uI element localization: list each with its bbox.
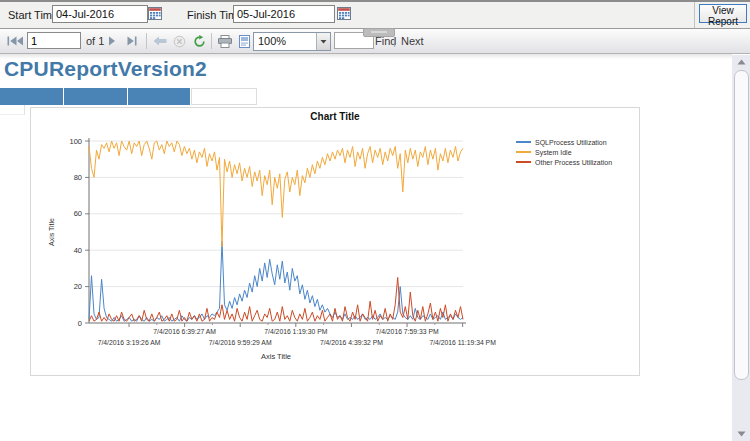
- next-page-button[interactable]: [106, 33, 118, 49]
- scroll-down-icon: [737, 431, 746, 437]
- vertical-scrollbar[interactable]: [732, 55, 750, 441]
- legend-item: System Idle: [516, 147, 612, 157]
- series-line: [89, 141, 463, 247]
- chart-legend: SQLProcess UtilizationSystem IdleOther P…: [516, 137, 612, 167]
- calendar-icon: [337, 6, 351, 20]
- table-header-cell: [128, 88, 190, 105]
- last-page-icon: [126, 36, 137, 46]
- legend-swatch: [516, 141, 531, 143]
- zoom-dropdown-button[interactable]: [316, 33, 330, 50]
- legend-item: Other Process Utilization: [516, 157, 612, 167]
- legend-item: SQLProcess Utilization: [516, 137, 612, 147]
- refresh-icon: [193, 35, 206, 48]
- y-tick-label: 80: [74, 173, 82, 182]
- x-axis-title: Axis Title: [261, 352, 291, 361]
- y-tick-label: 0: [78, 319, 82, 328]
- y-tick-label: 100: [69, 137, 82, 146]
- print-icon: [218, 35, 232, 48]
- y-tick-label: 40: [74, 246, 82, 255]
- previous-page-button[interactable]: [14, 33, 26, 49]
- parameter-bar-divider: [694, 2, 695, 28]
- refresh-button[interactable]: [190, 33, 208, 49]
- table-header-cell: [64, 88, 127, 105]
- scrollbar-thumb[interactable]: [734, 70, 749, 380]
- back-icon: [153, 36, 167, 46]
- x-tick-label: 7/4/2016 11:19:34 PM: [429, 339, 496, 346]
- x-tick-label: 7/4/2016 3:19:26 AM: [98, 339, 161, 346]
- y-axis-title: Axis Title: [48, 218, 55, 246]
- previous-page-icon: [16, 36, 24, 46]
- x-tick-label: 7/4/2016 9:59:29 AM: [209, 339, 272, 346]
- zoom-value: 100%: [254, 33, 316, 50]
- report-viewer-window: Start Time Finish Time View Report of 1: [0, 0, 750, 441]
- print-layout-icon: [239, 35, 250, 48]
- finish-time-input[interactable]: [233, 5, 335, 23]
- page-number-input[interactable]: [27, 32, 81, 49]
- series-line: [89, 241, 463, 321]
- table-stub-cell: [0, 105, 25, 115]
- stop-icon: [173, 35, 186, 48]
- scroll-down-button[interactable]: [732, 427, 750, 441]
- series-line: [89, 278, 463, 322]
- stop-button[interactable]: [170, 33, 188, 49]
- report-body: CPUReportVersion2 Chart Title 0204060801…: [0, 54, 732, 441]
- toolbar-separator: [146, 33, 147, 49]
- y-tick-label: 60: [74, 209, 82, 218]
- legend-label: Other Process Utilization: [535, 159, 612, 166]
- view-report-button[interactable]: View Report: [699, 4, 747, 23]
- page-count-label: of 1: [86, 35, 104, 47]
- print-layout-button[interactable]: [235, 33, 253, 49]
- x-tick-label: 7/4/2016 4:39:32 PM: [320, 339, 383, 346]
- finish-time-calendar-button[interactable]: [336, 6, 352, 22]
- parameter-bar: Start Time Finish Time View Report: [0, 2, 750, 29]
- report-title: CPUReportVersion2: [4, 57, 207, 81]
- splitter-grip[interactable]: [363, 28, 395, 37]
- dropdown-caret-icon: [320, 39, 327, 44]
- start-time-label: Start Time: [8, 9, 58, 21]
- last-page-button[interactable]: [122, 33, 140, 49]
- print-button[interactable]: [216, 33, 234, 49]
- back-button[interactable]: [151, 33, 169, 49]
- table-header-cell: [191, 88, 257, 105]
- toolbar-separator: [211, 33, 212, 49]
- legend-label: System Idle: [535, 149, 572, 156]
- next-link[interactable]: Next: [401, 35, 424, 47]
- legend-swatch: [516, 151, 531, 153]
- scroll-up-icon: [737, 59, 746, 65]
- x-tick-label: 7/4/2016 6:39:27 AM: [153, 328, 216, 335]
- zoom-select[interactable]: 100%: [253, 32, 331, 51]
- chart-container: Chart Title 0204060801007/4/2016 3:19:26…: [30, 107, 640, 376]
- start-time-calendar-button[interactable]: [147, 6, 163, 22]
- y-tick-label: 20: [74, 282, 82, 291]
- scroll-up-button[interactable]: [732, 55, 750, 69]
- table-header-cell: [0, 88, 63, 105]
- legend-label: SQLProcess Utilization: [535, 139, 607, 146]
- calendar-icon: [148, 6, 162, 20]
- x-tick-label: 7/4/2016 1:19:30 PM: [264, 328, 327, 335]
- start-time-input[interactable]: [52, 5, 148, 23]
- next-page-icon: [108, 36, 116, 46]
- x-tick-label: 7/4/2016 7:59:33 PM: [375, 328, 438, 335]
- legend-swatch: [516, 161, 531, 163]
